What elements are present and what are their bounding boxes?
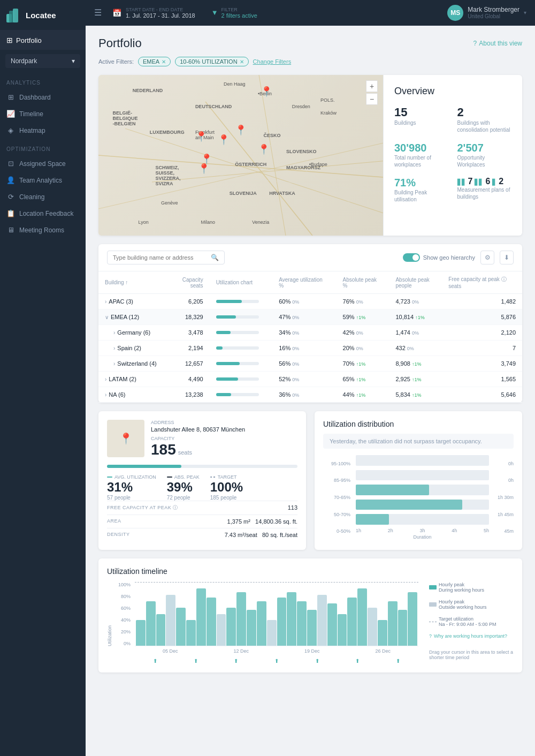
expand-icon[interactable]: › bbox=[105, 392, 106, 398]
expand-icon[interactable]: › bbox=[113, 345, 115, 351]
sidebar-portfolio-item[interactable]: ⊞ Portfolio bbox=[0, 31, 86, 50]
timeline-icon: 📈 bbox=[6, 110, 15, 118]
free-cap-value: 1,482 bbox=[442, 294, 522, 309]
meeting-rooms-icon: 🖥 bbox=[6, 226, 15, 234]
legend-dashed bbox=[429, 622, 437, 622]
bar-chart-icon: ⬆ bbox=[396, 658, 400, 664]
bar-chart-icon2: ▋▋ bbox=[475, 179, 483, 186]
emea-filter-close-icon[interactable]: ✕ bbox=[162, 59, 166, 65]
table-row[interactable]: ›Spain (2) 2,194 16% 0% 20% 0% 432 0% 7 bbox=[98, 341, 522, 356]
emea-filter-tag[interactable]: EMEA ✕ bbox=[138, 57, 171, 66]
timeline-bar bbox=[317, 595, 327, 646]
dist-y-label: 85-95% bbox=[323, 478, 350, 483]
dist-bar-0-50 bbox=[356, 514, 489, 525]
main-area: ☰ 📅 START DATE - END DATE 1. Jul. 2017 -… bbox=[86, 0, 535, 756]
expand-icon[interactable]: › bbox=[113, 330, 115, 336]
timeline-bar bbox=[186, 620, 196, 646]
util-chart-cell bbox=[210, 294, 273, 309]
opportunity-label: Opportunity Workplaces bbox=[457, 154, 512, 168]
sidebar-item-timeline[interactable]: 📈 Timeline bbox=[0, 105, 86, 122]
avg-util-legend: AVG. UTILIZATION bbox=[107, 474, 156, 480]
table-row[interactable]: ›Germany (6) 3,478 34% 0% 42% 0% 1,474 0… bbox=[98, 325, 522, 341]
toggle-switch[interactable] bbox=[403, 253, 420, 262]
overview-grid: 15 Buildings 2 Buildings with consolidat… bbox=[394, 105, 511, 203]
bar-chart-icon: ⬆ bbox=[234, 658, 238, 664]
table-row[interactable]: ›NA (6) 13,238 36% 0% 44% ↑1% 5,834 ↑1% … bbox=[98, 387, 522, 403]
timeline-bar bbox=[207, 598, 216, 646]
map-container[interactable]: NEDERLAND BELGIË-BELGIQUE-BELGIEN DEUTSC… bbox=[98, 75, 383, 236]
slovenija-label: SLOVENIJA bbox=[230, 191, 257, 196]
density-row-value: 7.43 m²/seat 80 sq. ft./seat bbox=[225, 532, 297, 538]
abs-peak-pct-value: 59% ↑1% bbox=[337, 309, 389, 325]
sidebar-item-cleaning[interactable]: ⟳ Cleaning bbox=[0, 188, 86, 205]
timeline-bar bbox=[226, 608, 236, 646]
map-pin-4[interactable]: 📍 bbox=[195, 131, 207, 142]
sidebar-item-label: Meeting Rooms bbox=[19, 226, 64, 234]
table-row[interactable]: ›LATAM (2) 4,490 52% 0% 65% ↑1% 2,925 ↑1… bbox=[98, 372, 522, 387]
building-search-input[interactable] bbox=[113, 254, 208, 261]
user-section[interactable]: MS Mark Stromberger United Global ▾ bbox=[447, 5, 526, 21]
heatmap-icon: ◈ bbox=[6, 126, 15, 134]
sidebar-item-location-feedback[interactable]: 📋 Location Feedback bbox=[0, 205, 86, 222]
table-row[interactable]: ∨EMEA (12) 18,329 47% 0% 59% ↑1% 10,814 … bbox=[98, 309, 522, 325]
utilization-filter-tag[interactable]: 10-60% UTILIZATION ✕ bbox=[175, 57, 248, 66]
table-row[interactable]: ›Switzerland (4) 12,657 56% 0% 70% ↑1% 8… bbox=[98, 356, 522, 372]
sidebar-item-dashboard[interactable]: ⊞ Dashboard bbox=[0, 89, 86, 105]
timeline-bar bbox=[176, 608, 186, 646]
about-view-button[interactable]: ? About this view bbox=[473, 40, 522, 47]
consolidation-count: 2 bbox=[457, 105, 512, 119]
free-cap-value: 7 bbox=[442, 341, 522, 356]
hamburger-menu-icon[interactable]: ☰ bbox=[94, 7, 102, 18]
filter-icon: ▼ bbox=[211, 9, 218, 17]
expand-icon[interactable]: › bbox=[105, 299, 106, 305]
map-pin-munchen[interactable]: 📍 bbox=[218, 134, 230, 146]
map-zoom-in-button[interactable]: + bbox=[366, 80, 378, 92]
y-label: 40% bbox=[114, 617, 131, 623]
peak-stat: 71% Building Peak utilisation bbox=[394, 177, 449, 203]
avg-util-value: 34% 0% bbox=[272, 325, 336, 341]
sidebar-item-team-analytics[interactable]: 👤 Team Analytics bbox=[0, 172, 86, 188]
location-feedback-icon: 📋 bbox=[6, 209, 15, 217]
abs-peak-people-value: 8,908 ↑1% bbox=[389, 356, 442, 372]
building-name: ›APAC (3) bbox=[98, 294, 172, 309]
sidebar-item-meeting-rooms[interactable]: 🖥 Meeting Rooms bbox=[0, 222, 86, 238]
map-zoom-out-button[interactable]: − bbox=[366, 93, 378, 105]
consolidation-label: Buildings with consolidation potential bbox=[457, 119, 512, 133]
expand-icon[interactable]: ∨ bbox=[105, 314, 109, 320]
map-pin-6[interactable]: 📍 bbox=[235, 124, 247, 136]
timeline-bar bbox=[156, 614, 166, 646]
location-selector[interactable]: Nordpark ▾ bbox=[5, 54, 80, 68]
table-row[interactable]: ›APAC (3) 6,205 60% 0% 76% 0% 4,723 0% 1… bbox=[98, 294, 522, 309]
utilization-filter-close-icon[interactable]: ✕ bbox=[240, 59, 244, 65]
toggle-knob bbox=[412, 254, 419, 261]
building-search-box[interactable]: 🔍 bbox=[107, 251, 225, 264]
target-dot bbox=[210, 477, 216, 478]
settings-icon-button[interactable]: ⚙ bbox=[480, 251, 494, 264]
capacity-value: 18,329 bbox=[172, 309, 210, 325]
sidebar-item-assigned-space[interactable]: ⊡ Assigned Space bbox=[0, 155, 86, 172]
timeline-bar bbox=[217, 614, 226, 646]
expand-icon[interactable]: › bbox=[113, 361, 115, 367]
dist-bars bbox=[356, 455, 489, 525]
why-working-hours-link[interactable]: ? Why are working hours important? bbox=[429, 633, 514, 639]
map-pin-berlin[interactable]: 📍 bbox=[261, 86, 272, 97]
portfolio-label: Portfolio bbox=[16, 36, 42, 44]
map-pin-wien[interactable]: 📍 bbox=[258, 143, 270, 155]
dist-y-axis: 95-100% 85-95% 70-65% 50-70% 0-50% bbox=[323, 455, 353, 540]
expand-icon[interactable]: › bbox=[105, 376, 106, 382]
dist-value-labels: 0h 0h 1h 30m 1h 45m 45m bbox=[492, 455, 514, 540]
sidebar-item-heatmap[interactable]: ◈ Heatmap bbox=[0, 122, 86, 139]
dashboard-icon: ⊞ bbox=[6, 93, 15, 101]
free-cap-value: 1,565 bbox=[442, 372, 522, 387]
download-icon-button[interactable]: ⬇ bbox=[500, 251, 514, 264]
map-pin-5[interactable]: 📍 bbox=[198, 163, 210, 175]
abs-peak-pct-value: 76% 0% bbox=[337, 294, 389, 309]
change-filters-link[interactable]: Change Filters bbox=[253, 58, 292, 65]
timeline-bar bbox=[357, 588, 367, 646]
geo-hierarchy-toggle[interactable]: Show geo hierarchy bbox=[403, 253, 475, 262]
timeline-bars-container[interactable] bbox=[135, 582, 418, 646]
col-avg-util: Average utilization% bbox=[272, 271, 336, 294]
dist-value: 0h bbox=[492, 461, 514, 466]
capacity-unit: seats bbox=[178, 449, 192, 456]
sidebar: Locatee ⊞ Portfolio Nordpark ▾ ANALYTICS… bbox=[0, 0, 86, 756]
